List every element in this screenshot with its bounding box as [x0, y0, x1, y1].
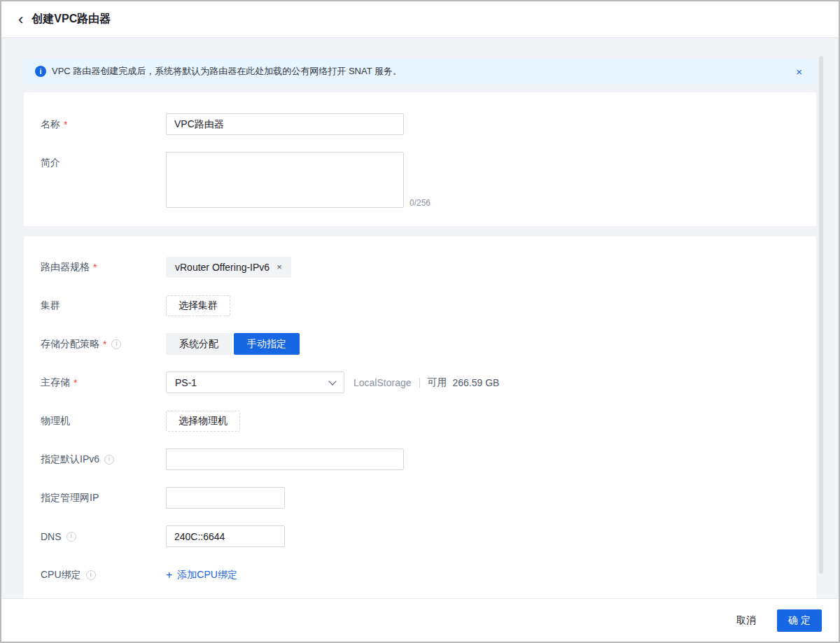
mgmt-ip-row: 指定管理网IP — [41, 487, 799, 509]
chevron-down-icon — [328, 377, 336, 385]
select-host-button[interactable]: 选择物理机 — [166, 411, 240, 432]
storage-policy-label-text: 存储分配策略 — [41, 338, 99, 351]
required-star: * — [93, 262, 97, 273]
form-footer: 取消 确 定 — [1, 598, 839, 642]
banner-close-icon[interactable]: × — [793, 66, 805, 78]
storage-policy-row: 存储分配策略 * i 系统分配 手动指定 — [41, 333, 799, 355]
primary-storage-select[interactable]: PS-1 — [166, 372, 344, 393]
description-textarea[interactable] — [166, 152, 404, 208]
dns-row: DNS i — [41, 525, 799, 547]
primary-storage-selected-value: PS-1 — [175, 377, 197, 388]
dns-label-text: DNS — [41, 531, 62, 542]
info-icon: i — [35, 66, 46, 77]
cluster-label-text: 集群 — [41, 299, 60, 312]
storage-policy-option-manual[interactable]: 手动指定 — [234, 333, 300, 355]
default-ipv6-label-text: 指定默认IPv6 — [41, 453, 99, 466]
default-ipv6-input[interactable] — [166, 448, 404, 470]
required-star: * — [64, 119, 67, 130]
default-ipv6-row: 指定默认IPv6 i — [41, 448, 799, 470]
available-value: 266.59 GB — [453, 377, 500, 388]
offering-label-text: 路由器规格 — [41, 261, 90, 274]
available-label: 可用 — [428, 376, 447, 389]
page-title: 创建VPC路由器 — [31, 12, 111, 27]
offering-label: 路由器规格 * — [41, 256, 166, 278]
primary-storage-row: 主存储 * PS-1 LocalStorage 可用 266.59 GB — [41, 372, 799, 393]
name-row: 名称 * — [41, 113, 799, 135]
host-label: 物理机 — [41, 410, 166, 432]
primary-storage-meta: LocalStorage 可用 266.59 GB — [354, 376, 499, 389]
storage-policy-info-icon: i — [111, 339, 121, 349]
offering-tag-remove-icon[interactable]: × — [276, 262, 282, 272]
name-label: 名称 * — [41, 113, 166, 135]
primary-storage-type: LocalStorage — [354, 377, 412, 388]
offering-row: 路由器规格 * vRouter Offering-IPv6 × — [41, 256, 799, 278]
page-header: ‹ 创建VPC路由器 — [1, 1, 839, 38]
mgmt-ip-label: 指定管理网IP — [41, 487, 166, 509]
host-row: 物理机 选择物理机 — [41, 410, 799, 432]
dns-info-icon: i — [66, 532, 76, 542]
required-star: * — [103, 339, 106, 350]
name-label-text: 名称 — [41, 118, 60, 131]
config-card: 路由器规格 * vRouter Offering-IPv6 × 集群 选择集群 — [24, 236, 816, 598]
description-label-text: 简介 — [41, 157, 60, 169]
storage-policy-label: 存储分配策略 * i — [41, 333, 166, 355]
back-icon[interactable]: ‹ — [18, 12, 23, 27]
dns-input[interactable] — [166, 525, 285, 547]
default-ipv6-label: 指定默认IPv6 i — [41, 448, 166, 470]
form-scroll-area: i VPC 路由器创建完成后，系统将默认为路由器在此处加载的公有网络打开 SNA… — [1, 38, 839, 598]
dns-label: DNS i — [41, 525, 166, 547]
cluster-label: 集群 — [41, 295, 166, 316]
storage-policy-option-system[interactable]: 系统分配 — [166, 333, 232, 355]
primary-storage-label: 主存储 * — [41, 372, 166, 393]
create-vpc-router-page: ‹ 创建VPC路由器 i VPC 路由器创建完成后，系统将默认为路由器在此处加载… — [0, 0, 840, 643]
confirm-button[interactable]: 确 定 — [777, 609, 822, 632]
cluster-row: 集群 选择集群 — [41, 295, 799, 316]
cpu-pinning-label-text: CPU绑定 — [41, 569, 81, 581]
meta-divider — [419, 378, 420, 388]
name-input[interactable] — [166, 113, 404, 135]
vertical-scrollbar[interactable] — [819, 56, 823, 574]
add-cpu-pinning-link-text: 添加CPU绑定 — [177, 569, 237, 581]
basic-info-card: 名称 * 简介 0/256 — [24, 92, 816, 226]
banner-text: VPC 路由器创建完成后，系统将默认为路由器在此处加载的公有网络打开 SNAT … — [52, 65, 402, 78]
mgmt-ip-label-text: 指定管理网IP — [41, 492, 99, 504]
required-star: * — [74, 377, 77, 388]
offering-tag-text: vRouter Offering-IPv6 — [175, 262, 270, 273]
cpu-pinning-label: CPU绑定 i — [41, 564, 166, 586]
cancel-button[interactable]: 取消 — [736, 614, 756, 627]
offering-tag: vRouter Offering-IPv6 × — [166, 257, 291, 278]
default-ipv6-info-icon: i — [104, 455, 114, 465]
add-cpu-pinning-link[interactable]: + 添加CPU绑定 — [166, 569, 237, 581]
description-label: 简介 — [41, 152, 166, 174]
cpu-pinning-info-icon: i — [86, 570, 96, 580]
mgmt-ip-input[interactable] — [166, 487, 285, 509]
primary-storage-label-text: 主存储 — [41, 376, 70, 389]
plus-icon: + — [166, 570, 172, 581]
snat-info-banner: i VPC 路由器创建完成后，系统将默认为路由器在此处加载的公有网络打开 SNA… — [24, 59, 816, 84]
select-cluster-button[interactable]: 选择集群 — [166, 295, 230, 316]
cpu-pinning-row: CPU绑定 i + 添加CPU绑定 — [41, 564, 799, 586]
description-char-counter: 0/256 — [410, 198, 430, 208]
description-row: 简介 0/256 — [41, 152, 799, 208]
host-label-text: 物理机 — [41, 415, 70, 428]
storage-policy-segment: 系统分配 手动指定 — [166, 333, 300, 355]
